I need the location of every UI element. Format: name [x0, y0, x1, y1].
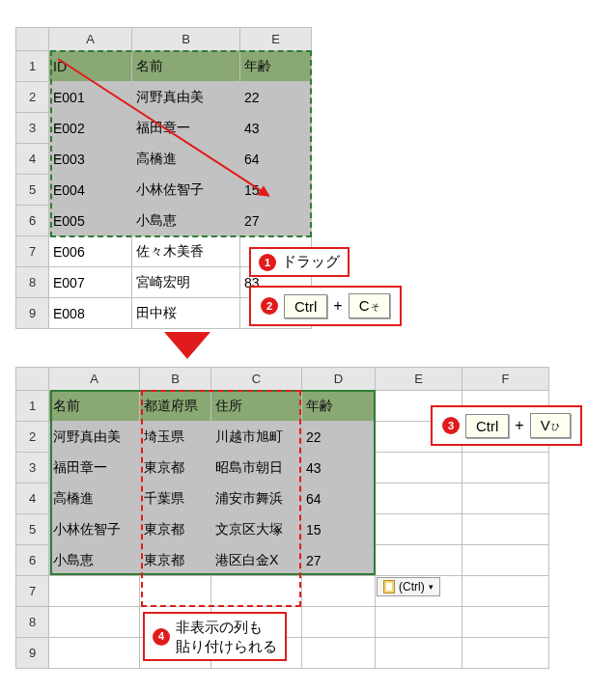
row-header[interactable]: 4 [16, 483, 49, 514]
cell[interactable] [376, 607, 462, 638]
cell[interactable]: E003 [49, 144, 132, 175]
row-header[interactable]: 6 [16, 545, 49, 576]
cell[interactable] [462, 576, 549, 607]
col-header[interactable]: F [462, 368, 549, 391]
cell[interactable]: 名前 [49, 391, 140, 422]
paste-options-button[interactable]: (Ctrl) ▾ [377, 577, 440, 596]
row-header[interactable]: 5 [16, 514, 49, 545]
cell[interactable] [376, 638, 462, 669]
col-header[interactable]: A [49, 368, 140, 391]
row-header[interactable]: 1 [16, 51, 49, 82]
cell[interactable]: 年齢 [240, 51, 312, 82]
cell[interactable]: 河野真由美 [49, 422, 140, 453]
select-all-corner[interactable] [16, 28, 49, 51]
cell[interactable]: 東京都 [140, 453, 211, 483]
cell[interactable]: 都道府県 [140, 391, 211, 422]
row-header[interactable]: 8 [16, 607, 49, 638]
cell[interactable] [302, 576, 376, 607]
row-header[interactable]: 3 [16, 453, 49, 483]
cell[interactable]: 佐々木美香 [132, 236, 240, 267]
cell[interactable]: E002 [49, 113, 132, 144]
cell[interactable]: 昭島市朝日 [211, 453, 302, 483]
cell[interactable] [462, 453, 549, 483]
cell[interactable]: 田中桜 [132, 298, 240, 329]
row-header[interactable]: 3 [16, 113, 49, 144]
cell[interactable] [49, 576, 140, 607]
callout-paste-shortcut: 3 Ctrl + Vひ [431, 405, 582, 446]
cell[interactable]: 宮崎宏明 [132, 267, 240, 298]
cell[interactable] [462, 607, 549, 638]
col-header[interactable]: B [140, 368, 211, 391]
cell[interactable] [462, 483, 549, 514]
row-header[interactable]: 5 [16, 175, 49, 206]
cell[interactable]: 小島恵 [132, 206, 240, 236]
cell[interactable]: 高橋進 [49, 483, 140, 514]
cell[interactable]: 27 [240, 206, 312, 236]
cell[interactable] [302, 638, 376, 669]
cell[interactable] [462, 514, 549, 545]
cell[interactable]: 小島恵 [49, 545, 140, 576]
cell[interactable] [376, 514, 462, 545]
cell[interactable]: E008 [49, 298, 132, 329]
cell[interactable] [376, 453, 462, 483]
cell[interactable]: 文京区大塚 [211, 514, 302, 545]
cell[interactable]: 浦安市舞浜 [211, 483, 302, 514]
col-header[interactable]: D [302, 368, 376, 391]
cell[interactable]: 名前 [132, 51, 240, 82]
row-header[interactable]: 1 [16, 391, 49, 422]
col-header[interactable]: E [376, 368, 462, 391]
cell[interactable]: ID [49, 51, 132, 82]
row-header[interactable]: 2 [16, 82, 49, 113]
cell[interactable]: E004 [49, 175, 132, 206]
cell[interactable]: 埼玉県 [140, 422, 211, 453]
source-spreadsheet[interactable]: A B E 1 ID 名前 年齢 2 E001 河野真由美 22 3 E002 … [15, 27, 312, 329]
cell[interactable]: 住所 [211, 391, 302, 422]
cell[interactable] [462, 545, 549, 576]
cell[interactable]: 東京都 [140, 514, 211, 545]
cell[interactable]: 22 [302, 422, 376, 453]
cell[interactable]: 東京都 [140, 545, 211, 576]
cell[interactable]: 15 [240, 175, 312, 206]
select-all-corner[interactable] [16, 368, 49, 391]
cell[interactable] [211, 576, 302, 607]
cell[interactable]: 64 [240, 144, 312, 175]
cell[interactable]: 千葉県 [140, 483, 211, 514]
cell[interactable]: 小林佐智子 [132, 175, 240, 206]
cell[interactable]: 河野真由美 [132, 82, 240, 113]
cell[interactable] [376, 483, 462, 514]
col-header[interactable]: B [132, 28, 240, 51]
cell[interactable]: 43 [302, 453, 376, 483]
cell[interactable]: 15 [302, 514, 376, 545]
cell[interactable]: 27 [302, 545, 376, 576]
col-header[interactable]: E [240, 28, 312, 51]
row-header[interactable]: 4 [16, 144, 49, 175]
row-header[interactable]: 9 [16, 298, 49, 329]
cell[interactable] [302, 607, 376, 638]
cell[interactable]: 高橋進 [132, 144, 240, 175]
row-header[interactable]: 2 [16, 422, 49, 453]
row-header[interactable]: 6 [16, 206, 49, 236]
col-header[interactable]: A [49, 28, 132, 51]
cell[interactable]: 小林佐智子 [49, 514, 140, 545]
cell[interactable]: 年齢 [302, 391, 376, 422]
cell[interactable] [49, 638, 140, 669]
row-header[interactable]: 9 [16, 638, 49, 669]
cell[interactable]: E007 [49, 267, 132, 298]
cell[interactable]: 43 [240, 113, 312, 144]
cell[interactable]: 福田章一 [49, 453, 140, 483]
col-header[interactable]: C [211, 368, 302, 391]
cell[interactable]: 22 [240, 82, 312, 113]
row-header[interactable]: 8 [16, 267, 49, 298]
cell[interactable]: 港区白金X [211, 545, 302, 576]
cell[interactable]: 川越市旭町 [211, 422, 302, 453]
cell[interactable]: E006 [49, 236, 132, 267]
cell[interactable] [140, 576, 211, 607]
cell[interactable] [462, 638, 549, 669]
cell[interactable]: 64 [302, 483, 376, 514]
key-c: Cそ [349, 293, 390, 318]
cell[interactable] [49, 607, 140, 638]
cell[interactable]: E005 [49, 206, 132, 236]
row-header[interactable]: 7 [16, 576, 49, 607]
cell[interactable] [376, 545, 462, 576]
row-header[interactable]: 7 [16, 236, 49, 267]
